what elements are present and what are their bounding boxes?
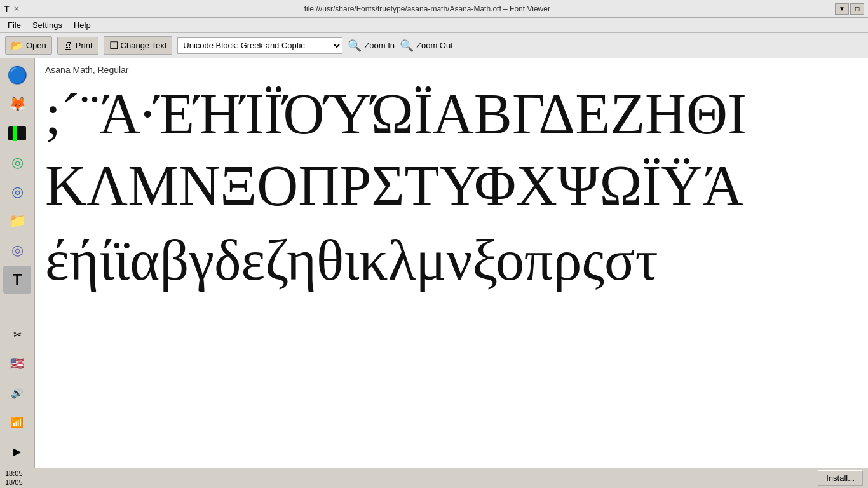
time-display: 18:05 xyxy=(5,470,23,478)
print-label: Print xyxy=(76,41,93,50)
font-name: Asana Math, Regular xyxy=(45,65,858,75)
install-button[interactable]: Install... xyxy=(818,470,863,486)
network3-icon: ◎ xyxy=(11,242,24,259)
change-text-icon: ☐ xyxy=(109,39,118,51)
cut-icon: ✂ xyxy=(13,329,22,341)
change-text-button[interactable]: ☐ Change Text xyxy=(104,36,173,55)
sidebar-item-cut[interactable]: ✂ xyxy=(3,320,31,348)
font-row-1: ;´¨Ά·ΈΉΊΪΌΎΏΪΑΒΓΔΕΖΗΘΙ xyxy=(45,80,858,149)
arrow-icon: ▶ xyxy=(13,445,21,458)
main-area: 🔵 🦊 ▌ ◎ ◎ 📁 ◎ T ✂ 🇺🇸 xyxy=(0,58,868,468)
zoom-out-icon: 🔍 xyxy=(400,39,414,53)
statusbar: 18:05 18/05 Install... xyxy=(0,468,868,488)
close-icon[interactable]: ✕ xyxy=(13,4,20,13)
sidebar-item-firefox[interactable]: 🦊 xyxy=(3,90,31,118)
sidebar-item-network3[interactable]: ◎ xyxy=(3,236,31,264)
font-display: ;´¨Ά·ΈΉΊΪΌΎΏΪΑΒΓΔΕΖΗΘΙ ΚΛΜΝΞΟΠΡΣΤΥΦΧΨΩΪΫ… xyxy=(45,80,858,461)
titlebar-left: T ✕ xyxy=(4,4,20,14)
font-icon: T xyxy=(13,271,22,288)
sidebar-bottom: ✂ 🇺🇸 🔊 📶 ▶ xyxy=(3,320,31,468)
sidebar-item-wifi[interactable]: 📶 xyxy=(3,408,31,436)
firefox-icon: 🦊 xyxy=(9,96,26,112)
open-label: Open xyxy=(26,41,46,50)
window-controls: ▼ ◻ xyxy=(835,3,864,15)
minimize-button[interactable]: ▼ xyxy=(835,3,849,15)
restore-button[interactable]: ◻ xyxy=(850,3,864,15)
change-text-label: Change Text xyxy=(121,41,167,50)
open-button[interactable]: 📂 Open xyxy=(5,36,52,55)
print-button[interactable]: 🖨 Print xyxy=(57,37,98,55)
folder-icon: 📁 xyxy=(9,213,26,229)
toolbar: 📂 Open 🖨 Print ☐ Change Text Unicode Blo… xyxy=(0,33,868,58)
sidebar-item-network2[interactable]: ◎ xyxy=(3,178,31,206)
zoom-out-button[interactable]: 🔍 Zoom Out xyxy=(400,39,453,53)
sidebar-item-flag[interactable]: 🇺🇸 xyxy=(3,349,31,377)
zoom-in-label: Zoom In xyxy=(364,41,395,50)
menu-file[interactable]: File xyxy=(3,19,26,31)
volume-icon: 🔊 xyxy=(11,387,24,399)
app-icon: T xyxy=(4,4,10,14)
content-area: Asana Math, Regular ;´¨Ά·ΈΉΊΪΌΎΏΪΑΒΓΔΕΖΗ… xyxy=(35,58,868,468)
open-icon: 📂 xyxy=(11,39,24,51)
clock: 18:05 18/05 xyxy=(5,470,23,486)
sidebar-item-kde[interactable]: 🔵 xyxy=(3,61,31,89)
font-row-2: ΚΛΜΝΞΟΠΡΣΤΥΦΧΨΩΪΫΆ xyxy=(45,149,858,223)
sidebar-item-arrow[interactable]: ▶ xyxy=(3,437,31,465)
unicode-block-select[interactable]: Unicode Block: Greek and Coptic Unicode … xyxy=(177,37,342,54)
wifi-icon: 📶 xyxy=(11,416,24,428)
print-icon: 🖨 xyxy=(63,40,73,51)
sidebar-item-font[interactable]: T xyxy=(3,266,31,294)
font-row-3: έήίϊαβγδεζηθικλμνξοπρςστ xyxy=(45,223,858,297)
sidebar-item-network1[interactable]: ◎ xyxy=(3,149,31,177)
date-display: 18/05 xyxy=(5,478,23,487)
sidebar-item-folder[interactable]: 📁 xyxy=(3,207,31,235)
sidebar-item-volume[interactable]: 🔊 xyxy=(3,379,31,407)
window-title: file:///usr/share/Fonts/truetype/asana-m… xyxy=(20,4,835,13)
zoom-in-icon: 🔍 xyxy=(348,39,362,53)
terminal-icon: ▌ xyxy=(8,126,26,140)
network2-icon: ◎ xyxy=(11,184,24,200)
titlebar: T ✕ file:///usr/share/Fonts/truetype/asa… xyxy=(0,0,868,18)
menu-help[interactable]: Help xyxy=(69,19,96,31)
network1-icon: ◎ xyxy=(11,154,24,171)
zoom-in-button[interactable]: 🔍 Zoom In xyxy=(348,39,395,53)
menu-settings[interactable]: Settings xyxy=(27,19,67,31)
zoom-out-label: Zoom Out xyxy=(416,41,453,50)
menubar: File Settings Help xyxy=(0,18,868,33)
kde-icon: 🔵 xyxy=(7,65,27,85)
sidebar: 🔵 🦊 ▌ ◎ ◎ 📁 ◎ T ✂ 🇺🇸 xyxy=(0,58,35,468)
flag-icon: 🇺🇸 xyxy=(10,356,24,370)
sidebar-item-terminal[interactable]: ▌ xyxy=(3,119,31,147)
